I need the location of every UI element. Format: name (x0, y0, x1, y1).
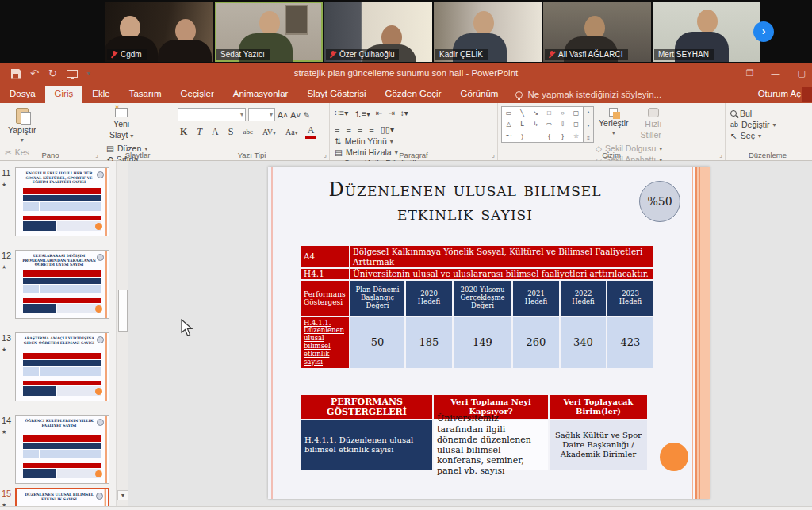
video-tile[interactable]: Özer Çulhaoğlu (324, 2, 432, 62)
minimize-window-icon[interactable]: — (772, 68, 780, 79)
shape-down-arrow-icon[interactable]: ⇩ (560, 121, 565, 128)
shape-rounded-rect-icon[interactable]: ▢ (573, 109, 580, 117)
shape-scribble-icon[interactable]: 〜 (506, 132, 512, 140)
slide-thumbnail-item[interactable]: 14★ Öğrenci kulüplerinin yıllık faaliyet… (2, 415, 113, 484)
shrink-font-icon[interactable]: A˅ (290, 110, 301, 120)
group-paragraf: ∷≡▾ ⒈≡▾ ⇤ ⇥ ↕▾ ≡ ≡ ≡ ≡ ▯▯▾ ⇅Metin Yönü▾ … (330, 103, 498, 160)
tab-ekle[interactable]: Ekle (82, 86, 119, 103)
tab-giris[interactable]: Giriş (45, 86, 83, 103)
new-slide-button[interactable]: Yeni Slayt ▾ (105, 106, 138, 141)
align-right-icon[interactable]: ≡ (358, 125, 362, 135)
shape-elbow-arrow-icon[interactable]: ↳ (533, 121, 538, 128)
strikethrough-button[interactable]: abc (240, 128, 255, 136)
shape-brace-right-icon[interactable]: } (561, 132, 564, 140)
percentage-badge[interactable]: %50 (639, 181, 680, 222)
bullets-icon[interactable]: ∷≡▾ (335, 109, 348, 120)
new-slide-icon (115, 108, 128, 117)
tab-animasyonlar[interactable]: Animasyonlar (224, 86, 298, 103)
shape-arc-icon[interactable]: ) (521, 132, 523, 140)
video-tile-active-speaker[interactable]: Sedat Yazıcı (215, 2, 323, 62)
tab-gorunum[interactable]: Görünüm (450, 86, 508, 103)
font-size-select[interactable]: ▾ (248, 108, 275, 121)
slide-thumbnail[interactable]: Düzenlenen ulusal bilimsel etkinlik sayı… (15, 488, 109, 506)
font-name-select[interactable]: ▾ (178, 108, 246, 121)
dialog-launcher-icon[interactable]: ⌟ (492, 151, 495, 159)
tell-me-box[interactable]: Ne yapmak istediğinizi söyleyin... (515, 86, 661, 103)
slide-thumbnail[interactable]: Öğrenci kulüplerinin yıllık faaliyet say… (15, 415, 109, 484)
data-collection-table[interactable]: PERFORMANS GÖSTERGELERİ Veri Toplama Ney… (301, 395, 644, 470)
video-tile[interactable]: Kadir ÇELİK (434, 2, 542, 62)
scrollbar-down-arrow[interactable]: ▼ (117, 490, 128, 500)
slide-thumbnail[interactable]: Araştırma amaçlı yurtdışına giden öğreti… (15, 332, 109, 401)
shapes-gallery-scroll[interactable]: ▴▾≡ (584, 106, 594, 143)
dialog-launcher-icon[interactable]: ⌟ (324, 151, 327, 159)
slide-thumbnail-item[interactable]: 11★ Engellilerle ilgili her tür sosyal k… (2, 167, 113, 236)
replace-button[interactable]: abDeğiştir▾ (729, 119, 806, 130)
performance-indicator-table[interactable]: A4 Bölgesel Kalkınmaya Yönelik Sosyal, K… (301, 246, 644, 368)
shape-star-icon[interactable]: ☆ (573, 132, 579, 140)
shape-brace-left-icon[interactable]: { (548, 132, 550, 140)
video-tile[interactable]: Cgdm (105, 2, 213, 62)
change-case-button[interactable]: Aa▾ (283, 128, 301, 136)
sign-in-button[interactable]: Oturum Aç (758, 89, 801, 98)
tab-slayt-gosterisi[interactable]: Slayt Gösterisi (297, 86, 375, 103)
slide-title[interactable]: Düzenlenen ulusal bilimsel etkinlik sayı… (292, 178, 638, 225)
shape-textbox-icon[interactable]: ▭ (506, 109, 512, 117)
numbering-icon[interactable]: ⒈≡▾ (354, 109, 370, 120)
find-button[interactable]: Bul (729, 106, 806, 119)
video-tile[interactable]: Mert SEYHAN (653, 2, 760, 62)
shape-arrow-icon[interactable]: ↘ (533, 109, 538, 117)
select-button[interactable]: ↖Seç▾ (729, 130, 806, 141)
tab-tasarim[interactable]: Tasarım (120, 86, 171, 103)
thumbnail-scrollbar[interactable]: ▼ (116, 161, 128, 506)
font-color-button[interactable]: A (305, 125, 317, 139)
shape-rectangle-icon[interactable]: □ (547, 109, 551, 117)
justify-icon[interactable]: ≡ (369, 125, 373, 135)
bold-button[interactable]: K (178, 126, 190, 138)
quick-styles-button[interactable]: Hızlı Stiller - (635, 106, 671, 141)
text-direction-button[interactable]: ⇅Metin Yönü▾ (333, 136, 427, 147)
slide-thumbnail-item-selected[interactable]: 15★ Düzenlenen ulusal bilimsel etkinlik … (2, 488, 113, 506)
restore-window-icon[interactable]: ❐ (746, 68, 754, 79)
shapes-gallery[interactable]: ▭╲↘□○▢ △𝖫↳⇨⇩◻ 〜)~{}☆ (501, 106, 584, 143)
arrange-button[interactable]: Yerleştir ▾ (594, 106, 634, 138)
share-presence-icon[interactable] (802, 87, 812, 102)
close-window-icon[interactable]: ▢ (798, 68, 806, 79)
columns-icon[interactable]: ▯▯▾ (381, 125, 395, 135)
shape-right-arrow-icon[interactable]: ⇨ (546, 121, 552, 128)
paste-button[interactable]: Yapıştır ▾ (3, 106, 40, 145)
scrollbar-thumb[interactable] (118, 290, 128, 332)
shape-line-icon[interactable]: ╲ (520, 109, 524, 117)
orange-circle-shape[interactable] (660, 443, 688, 471)
shape-callout-icon[interactable]: ◻ (573, 121, 579, 128)
text-shadow-button[interactable]: S (226, 126, 236, 138)
align-left-icon[interactable]: ≡ (335, 125, 339, 135)
dialog-launcher-icon[interactable]: ⌟ (95, 151, 98, 159)
video-tile[interactable]: Ali Vasfi AĞLARCI (543, 2, 651, 62)
grow-font-icon[interactable]: A˄ (278, 110, 288, 120)
decrease-indent-icon[interactable]: ⇤ (376, 109, 382, 120)
shape-oval-icon[interactable]: ○ (561, 109, 565, 117)
align-center-icon[interactable]: ≡ (346, 125, 350, 135)
increase-indent-icon[interactable]: ⇥ (388, 109, 394, 120)
underline-button[interactable]: A (209, 126, 221, 138)
shape-curve-icon[interactable]: ~ (534, 132, 538, 140)
dialog-launcher-icon[interactable]: ⌟ (719, 151, 722, 159)
participant-name-tag: Kadir ÇELİK (435, 49, 488, 60)
tab-gozden-gecir[interactable]: Gözden Geçir (376, 86, 451, 103)
character-spacing-button[interactable]: AV▾ (260, 128, 278, 136)
clear-formatting-icon[interactable]: ✎ (303, 110, 310, 120)
next-participants-arrow-button[interactable]: › (753, 21, 774, 42)
shape-elbow-icon[interactable]: 𝖫 (520, 121, 523, 128)
slide-thumbnail-item[interactable]: 13★ Araştırma amaçlı yurtdışına giden öğ… (2, 332, 113, 401)
line-spacing-icon[interactable]: ↕▾ (400, 109, 408, 120)
slide-thumbnail-item[interactable]: 12★ Uluslararası değişim programlarından… (2, 250, 113, 319)
slide-canvas[interactable]: Düzenlenen ulusal bilimsel etkinlik sayı… (268, 167, 710, 499)
tab-dosya[interactable]: Dosya (0, 86, 45, 103)
shape-triangle-icon[interactable]: △ (506, 121, 511, 128)
mini-slide-title: Araştırma amaçlı yurtdışına giden öğreti… (16, 333, 109, 347)
slide-thumbnail[interactable]: Uluslararası değişim programlarından yar… (15, 250, 109, 319)
slide-thumbnail[interactable]: Engellilerle ilgili her tür sosyal kültü… (15, 167, 109, 236)
tab-gecisler[interactable]: Geçişler (171, 86, 224, 103)
italic-button[interactable]: T (194, 126, 205, 138)
